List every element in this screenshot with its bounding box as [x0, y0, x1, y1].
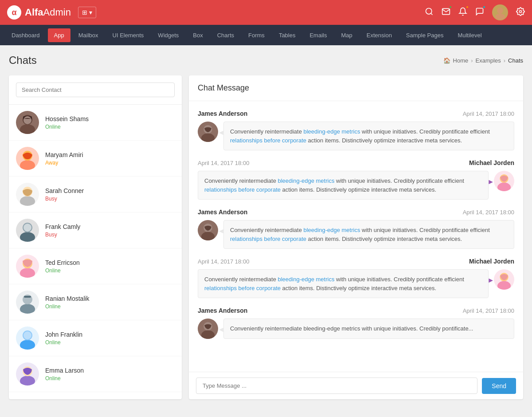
contact-info: Ranian Mostalik Online: [45, 295, 175, 310]
nav-mailbox[interactable]: Mailbox: [72, 28, 105, 42]
home-icon: 🏠: [443, 57, 450, 64]
contact-name: Ted Erricson: [45, 259, 175, 266]
svg-point-8: [23, 116, 31, 124]
contact-status: Online: [45, 339, 175, 346]
contact-name: Ranian Mostalik: [45, 295, 175, 302]
contact-item[interactable]: Ted Erricson Online: [9, 248, 182, 284]
contact-item[interactable]: Hossein Shams Online: [9, 105, 182, 141]
contact-item[interactable]: Ranian Mostalik Online: [9, 284, 182, 320]
message-time: April 14, 2017 18:00: [198, 160, 249, 166]
nav-multilevel[interactable]: Multilevel: [451, 28, 488, 42]
message-bubble: Conveniently reintermediate bleeding-edg…: [198, 269, 489, 298]
grid-icon: ⊞: [82, 9, 87, 16]
chat-input-area: Send: [189, 372, 523, 399]
message-sender: James Anderson: [198, 208, 247, 216]
contact-name: Emma Larson: [45, 367, 175, 374]
avatar: [16, 255, 39, 278]
contact-name: John Franklin: [45, 331, 175, 338]
contact-name: Hossein Shams: [45, 115, 175, 122]
nav-forms[interactable]: Forms: [242, 28, 271, 42]
svg-point-2: [497, 8, 503, 14]
nav-map[interactable]: Map: [335, 28, 358, 42]
main-navbar: Dashboard App Mailbox UI Elements Widget…: [0, 25, 532, 45]
contact-item[interactable]: Frank Camly Busy: [9, 212, 182, 248]
nav-right: [425, 4, 525, 20]
message-header: April 14, 2017 18:00 Michael Jorden: [198, 258, 514, 265]
top-navbar: α AlfaAdmin ⊞ ▾: [0, 0, 532, 25]
nav-ui-elements[interactable]: UI Elements: [106, 28, 150, 42]
user-avatar[interactable]: [492, 4, 508, 20]
nav-widgets[interactable]: Widgets: [152, 28, 185, 42]
nav-charts[interactable]: Charts: [211, 28, 240, 42]
nav-box[interactable]: Box: [187, 28, 209, 42]
avatar: [16, 183, 39, 206]
contact-status: Busy: [45, 232, 175, 238]
message-group: April 14, 2017 18:00 Michael Jorden: [198, 258, 514, 298]
svg-point-9: [20, 160, 35, 170]
svg-point-29: [497, 183, 511, 191]
message-right-wrapper: Conveniently reintermediate bleeding-edg…: [198, 269, 514, 298]
nav-emails[interactable]: Emails: [303, 28, 333, 42]
chat-icon[interactable]: [475, 7, 484, 18]
contact-status: Away: [45, 160, 175, 166]
contact-item[interactable]: John Franklin Online: [9, 320, 182, 356]
settings-icon[interactable]: [516, 7, 525, 18]
email-icon[interactable]: [442, 7, 450, 18]
contact-info: Frank Camly Busy: [45, 223, 175, 238]
contact-item[interactable]: Emma Larson Online: [9, 356, 182, 392]
message-avatar: [198, 319, 218, 339]
message-header: April 14, 2017 18:00 Michael Jorden: [198, 159, 514, 166]
dropdown-icon: ▾: [89, 9, 92, 16]
breadcrumb-current: Chats: [508, 57, 523, 64]
avatar: [16, 147, 39, 170]
contact-info: Emma Larson Online: [45, 367, 175, 382]
contact-status: Online: [45, 268, 175, 274]
nav-tables[interactable]: Tables: [273, 28, 302, 42]
avatar: [16, 111, 39, 134]
nav-app[interactable]: App: [48, 28, 70, 42]
contact-item[interactable]: Maryam Amiri Away: [9, 141, 182, 177]
message-header: James Anderson April 14, 2017 18:00: [198, 110, 514, 117]
message-group: James Anderson April 14, 2017 18:00: [198, 307, 514, 339]
search-icon[interactable]: [425, 7, 434, 18]
breadcrumb-sep-2: ›: [504, 57, 505, 64]
search-input[interactable]: [16, 83, 175, 97]
message-sender: James Anderson: [198, 110, 247, 117]
email-badge: [449, 5, 452, 9]
breadcrumb-home[interactable]: Home: [453, 57, 469, 64]
message-time: April 14, 2017 18:00: [463, 209, 514, 216]
nav-dashboard[interactable]: Dashboard: [5, 28, 46, 42]
message-bubble: Conveniently reintermediate bleeding-edg…: [223, 319, 514, 339]
svg-point-21: [20, 340, 35, 350]
avatar: [16, 327, 39, 350]
search-bar: [9, 83, 182, 105]
contact-list: Hossein Shams Online Maryam Amiri: [9, 105, 182, 392]
chat-panel: Chat Message James Anderson April 14, 20…: [189, 75, 523, 399]
svg-point-11: [20, 196, 35, 206]
svg-point-31: [201, 232, 215, 240]
contact-info: John Franklin Online: [45, 331, 175, 346]
message-group: James Anderson April 14, 2017 18:00: [198, 208, 514, 249]
message-sender: Michael Jorden: [469, 258, 514, 265]
contact-status: Online: [45, 124, 175, 130]
nav-sample-pages[interactable]: Sample Pages: [400, 28, 450, 42]
svg-point-0: [426, 8, 432, 14]
message-avatar: [494, 269, 514, 290]
message-avatar: [198, 122, 218, 142]
message-right-wrapper: Conveniently reintermediate bleeding-edg…: [198, 171, 514, 200]
grid-button[interactable]: ⊞ ▾: [78, 7, 96, 18]
send-button[interactable]: Send: [482, 378, 516, 394]
contact-name: Frank Camly: [45, 223, 175, 230]
contact-item[interactable]: Sarah Conner Busy: [9, 177, 182, 212]
message-bubble: Conveniently reintermediate bleeding-edg…: [223, 220, 514, 249]
avatar: [16, 362, 39, 386]
bell-icon[interactable]: [458, 7, 467, 18]
chat-input[interactable]: [196, 378, 477, 394]
breadcrumb-examples[interactable]: Examples: [476, 57, 501, 64]
svg-point-23: [23, 331, 31, 339]
contact-status: Online: [45, 303, 175, 310]
svg-point-13: [20, 232, 35, 242]
message-header: James Anderson April 14, 2017 18:00: [198, 307, 514, 314]
nav-extension[interactable]: Extension: [360, 28, 398, 42]
svg-point-7: [20, 124, 35, 134]
